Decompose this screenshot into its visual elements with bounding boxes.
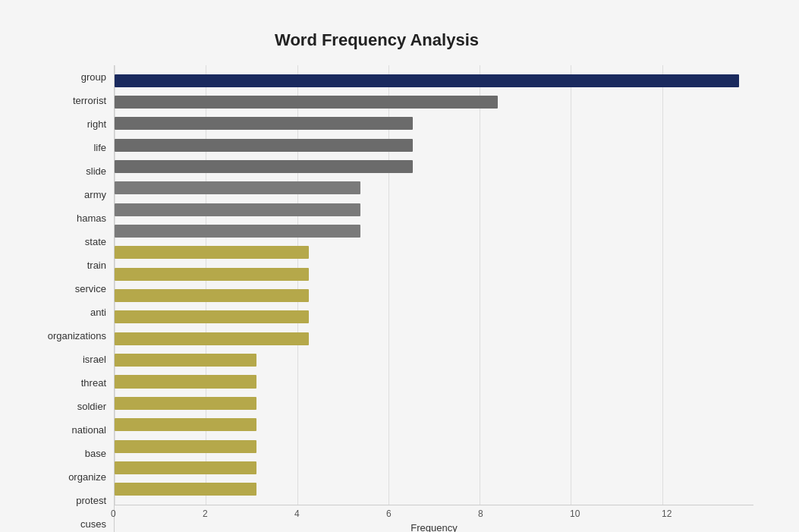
y-label: train: [87, 260, 106, 270]
y-label: right: [87, 119, 106, 129]
bar: [115, 440, 256, 453]
bar-row: [115, 113, 753, 134]
bar-row: [115, 178, 753, 199]
bar: [115, 289, 309, 302]
bar-row: [115, 263, 753, 285]
bar: [115, 397, 256, 410]
bar: [115, 483, 256, 496]
bar: [115, 181, 360, 194]
y-label: national: [71, 425, 106, 435]
bar: [115, 268, 309, 281]
y-label: threat: [81, 378, 106, 388]
y-label: group: [81, 72, 106, 82]
bar: [115, 418, 256, 431]
bar-row: [115, 457, 753, 478]
bar: [115, 160, 413, 173]
bar-row: [115, 242, 753, 263]
bar: [115, 203, 360, 216]
y-label: anti: [90, 307, 106, 317]
x-tick: 4: [294, 508, 386, 519]
bars-area: [114, 65, 753, 505]
y-label: army: [84, 190, 106, 200]
bar-row: [115, 479, 753, 500]
bar: [115, 96, 498, 109]
chart-container: Word Frequency Analysis groupterroristri…: [15, 15, 784, 532]
y-label: life: [93, 143, 106, 153]
bar-row: [115, 392, 753, 414]
y-label: hamas: [77, 213, 106, 223]
x-ticks: 024681012: [115, 505, 753, 521]
bar: [115, 332, 309, 345]
x-tick: 10: [570, 508, 662, 519]
chart-area: groupterroristrightlifeslidearmyhamassta…: [30, 65, 753, 532]
x-tick: 12: [662, 508, 753, 519]
y-label: base: [85, 449, 106, 458]
bars-and-x: 024681012 Frequency: [114, 65, 753, 532]
bar-row: [115, 307, 753, 328]
x-tick: 6: [386, 508, 478, 519]
bar-row: [115, 436, 753, 457]
bar-row: [115, 156, 753, 177]
y-label: soldier: [77, 401, 106, 411]
bar-row: [115, 134, 753, 156]
bar-row: [115, 91, 753, 112]
bar-row: [115, 70, 753, 91]
bar: [115, 225, 360, 238]
bar-row: [115, 328, 753, 349]
bar-row: [115, 371, 753, 392]
bars-wrapper: [115, 65, 753, 505]
bar-row: [115, 414, 753, 436]
y-label: state: [85, 237, 106, 247]
y-label: organizations: [48, 331, 106, 341]
y-label: service: [75, 284, 106, 294]
x-axis-label: Frequency: [115, 522, 753, 532]
bar-row: [115, 220, 753, 241]
y-label: slide: [86, 166, 106, 176]
y-label: cuses: [80, 519, 106, 529]
x-tick: 8: [478, 508, 570, 519]
bar: [115, 117, 413, 130]
bar: [115, 354, 256, 367]
x-axis: 024681012 Frequency: [114, 505, 753, 532]
y-axis-labels: groupterroristrightlifeslidearmyhamassta…: [30, 65, 114, 532]
bar: [115, 310, 309, 323]
y-label: israel: [83, 354, 106, 364]
y-label: organize: [68, 472, 106, 482]
y-label: terrorist: [73, 96, 106, 105]
bar-row: [115, 349, 753, 370]
bar: [115, 461, 256, 474]
bar-row: [115, 285, 753, 306]
bar: [115, 375, 256, 388]
bar: [115, 139, 413, 152]
x-tick: 2: [203, 508, 294, 519]
y-label: protest: [76, 496, 106, 505]
chart-title: Word Frequency Analysis: [30, 30, 753, 50]
bar: [115, 74, 739, 87]
x-tick: 0: [111, 508, 203, 519]
bar: [115, 246, 309, 259]
bar-row: [115, 199, 753, 220]
